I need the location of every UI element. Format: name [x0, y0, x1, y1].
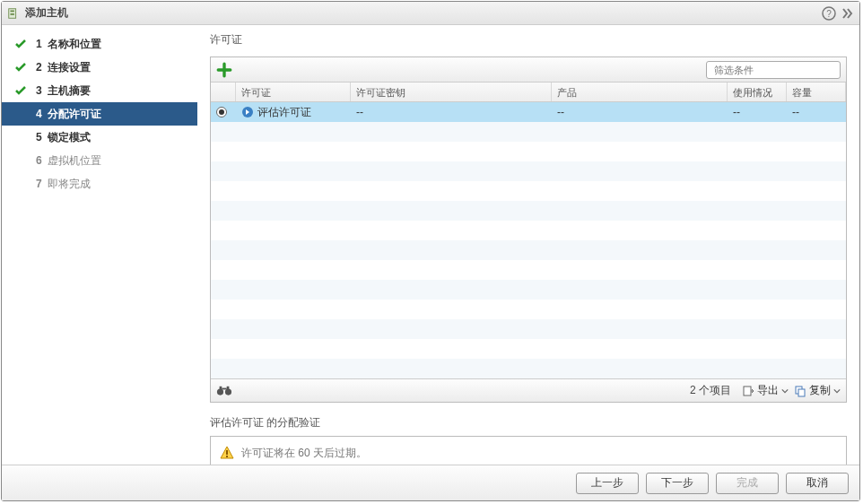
- table-row[interactable]: [211, 122, 846, 142]
- wizard-step-2[interactable]: 2连接设置: [2, 56, 197, 79]
- add-license-button[interactable]: [216, 62, 232, 78]
- col-header-product[interactable]: 产品: [552, 83, 728, 101]
- copy-icon: [794, 385, 806, 397]
- items-count: 2 个项目: [690, 383, 731, 398]
- validation-title: 评估许可证 的分配验证: [210, 415, 847, 430]
- export-icon: [742, 385, 754, 397]
- button-bar: 上一步 下一步 完成 取消: [2, 465, 859, 500]
- license-panel: 许可证 许可证密钥 产品 使用情况 容量 评估许可证-------- 2 个项目: [210, 56, 847, 403]
- next-button[interactable]: 下一步: [646, 473, 709, 494]
- table-row[interactable]: 评估许可证--------: [211, 102, 846, 122]
- step-label: 连接设置: [48, 60, 91, 75]
- finish-button[interactable]: 完成: [716, 473, 779, 494]
- warning-icon: [220, 446, 234, 460]
- svg-text:?: ?: [826, 9, 832, 19]
- chevron-down-icon: [781, 385, 789, 397]
- step-label: 分配许可证: [48, 107, 101, 122]
- expand-icon[interactable]: [840, 6, 854, 21]
- table-row: [211, 300, 846, 319]
- col-header-usage[interactable]: 使用情况: [728, 83, 787, 101]
- check-icon: [14, 178, 27, 190]
- titlebar: 添加主机 ?: [2, 2, 859, 25]
- wizard-step-5: 5锁定模式: [2, 126, 197, 149]
- col-header-capacity[interactable]: 容量: [787, 83, 846, 101]
- table-row: [211, 319, 846, 339]
- table-row: [211, 260, 846, 280]
- table-row: [211, 181, 846, 201]
- svg-rect-13: [744, 387, 751, 395]
- license-table-header: 许可证 许可证密钥 产品 使用情况 容量: [211, 83, 846, 102]
- license-name: 评估许可证: [257, 105, 311, 120]
- license-table-footer: 2 个项目 导出 复制: [211, 378, 846, 402]
- wizard-step-4[interactable]: 4分配许可证: [2, 102, 197, 126]
- svg-rect-10: [220, 386, 222, 389]
- main-area: 1名称和位置2连接设置3主机摘要4分配许可证5锁定模式6虚拟机位置7即将完成 许…: [2, 25, 859, 465]
- svg-rect-17: [226, 456, 228, 457]
- svg-rect-15: [798, 389, 805, 396]
- svg-rect-12: [222, 387, 226, 389]
- step-label: 即将完成: [48, 177, 91, 192]
- step-label: 主机摘要: [48, 83, 91, 99]
- back-button[interactable]: 上一步: [576, 473, 639, 494]
- check-icon: [14, 61, 27, 74]
- wizard-steps-sidebar: 1名称和位置2连接设置3主机摘要4分配许可证5锁定模式6虚拟机位置7即将完成: [2, 25, 197, 465]
- svg-rect-2: [11, 13, 14, 15]
- validation-message: 许可证将在 60 天后过期。: [241, 446, 367, 461]
- col-header-license[interactable]: 许可证: [236, 83, 351, 101]
- svg-rect-1: [11, 10, 14, 12]
- step-label: 锁定模式: [48, 130, 91, 145]
- wizard-step-6: 6虚拟机位置: [2, 149, 197, 172]
- export-button[interactable]: 导出: [742, 383, 789, 398]
- content-area: 许可证: [197, 25, 859, 465]
- table-row: [211, 201, 846, 221]
- check-icon: [14, 84, 27, 97]
- license-table-body: 评估许可证--------: [211, 102, 846, 378]
- host-icon: [7, 7, 20, 20]
- arrow-right-circle-icon: [241, 106, 254, 118]
- table-row: [211, 161, 846, 181]
- check-icon: [14, 154, 27, 167]
- step-label: 虚拟机位置: [48, 153, 101, 169]
- radio-button[interactable]: [216, 107, 227, 117]
- col-header-key[interactable]: 许可证密钥: [351, 83, 552, 101]
- table-row: [211, 240, 846, 260]
- svg-rect-11: [227, 386, 230, 389]
- check-icon: [14, 38, 27, 50]
- table-row: [211, 339, 846, 359]
- license-section-title: 许可证: [210, 32, 847, 48]
- check-icon: [14, 108, 27, 120]
- table-row: [211, 221, 846, 240]
- binoculars-icon[interactable]: [216, 385, 232, 397]
- svg-rect-16: [226, 450, 228, 455]
- copy-button[interactable]: 复制: [794, 383, 841, 398]
- wizard-step-3[interactable]: 3主机摘要: [2, 79, 197, 102]
- window-title: 添加主机: [25, 5, 818, 21]
- filter-box[interactable]: [706, 61, 841, 79]
- check-icon: [14, 131, 27, 143]
- validation-box: 许可证将在 60 天后过期。: [210, 436, 847, 465]
- help-icon[interactable]: ?: [822, 6, 836, 21]
- filter-input[interactable]: [714, 65, 838, 75]
- wizard-step-7: 7即将完成: [2, 172, 197, 196]
- step-label: 名称和位置: [48, 37, 101, 52]
- cancel-button[interactable]: 取消: [786, 473, 849, 494]
- wizard-step-1[interactable]: 1名称和位置: [2, 32, 197, 56]
- chevron-down-icon: [833, 385, 841, 397]
- table-row: [211, 142, 846, 161]
- table-row: [211, 359, 846, 378]
- license-toolbar: [211, 57, 846, 83]
- wizard-window: 添加主机 ? 1名称和位置2连接设置3主机摘要4分配许可证5锁定模式6虚拟机位置…: [1, 1, 860, 501]
- table-row: [211, 280, 846, 300]
